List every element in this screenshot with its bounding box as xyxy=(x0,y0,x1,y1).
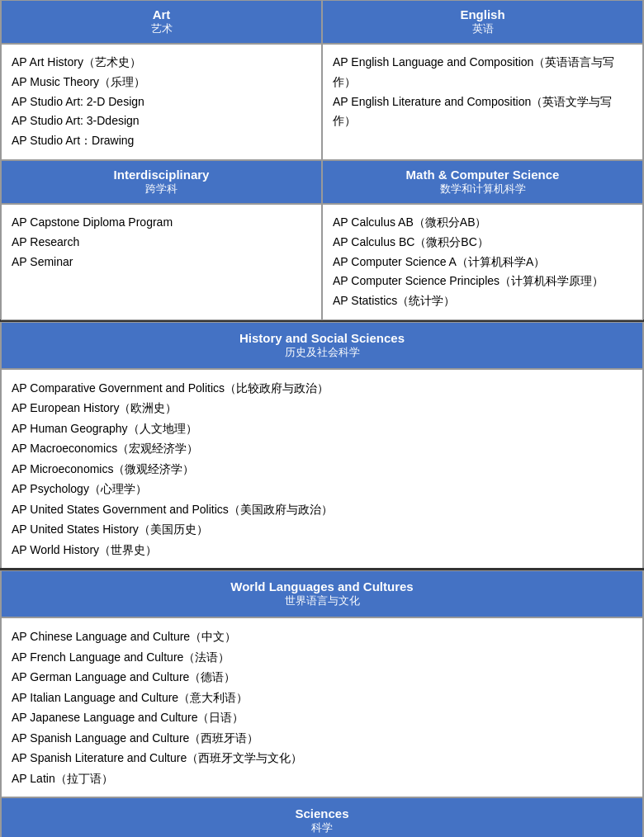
col2-header-zh: 数学和计算机科学 xyxy=(331,182,634,196)
full-content: AP Comparative Government and Politics（比… xyxy=(1,369,643,570)
col1-header-en: Interdisciplinary xyxy=(10,168,313,182)
full-header-zh: 科学 xyxy=(10,820,634,835)
col1-header-zh: 艺术 xyxy=(10,21,313,36)
list-item: AP Latin（拉丁语） xyxy=(12,768,632,789)
full-header: Sciences科学 xyxy=(1,797,643,837)
list-item: AP Human Geography（人文地理） xyxy=(12,418,632,439)
col1-header: Art艺术 xyxy=(1,0,322,44)
list-item: AP German Language and Culture（德语） xyxy=(12,667,632,688)
col2-content: AP Calculus AB（微积分AB）AP Calculus BC（微积分B… xyxy=(322,204,643,320)
list-item: AP Capstone Diploma Program xyxy=(12,213,311,233)
list-item: AP Japanese Language and Culture（日语） xyxy=(12,707,632,728)
col2-header-en: English xyxy=(331,7,634,21)
list-item: AP Italian Language and Culture（意大利语） xyxy=(12,688,632,708)
list-item: AP Music Theory（乐理） xyxy=(12,73,311,92)
full-section: History and Social Sciences历史及社会科学AP Com… xyxy=(0,322,644,570)
full-header-en: History and Social Sciences xyxy=(10,331,634,345)
full-header: World Languages and Cultures世界语言与文化 xyxy=(1,570,643,617)
col2-content: AP English Language and Composition（英语语言… xyxy=(322,44,643,160)
col1-content: AP Capstone Diploma ProgramAP ResearchAP… xyxy=(1,204,322,320)
col1-header-en: Art xyxy=(10,7,313,21)
list-item: AP World History（世界史） xyxy=(12,540,632,560)
list-item: AP Microeconomics（微观经济学） xyxy=(12,459,632,480)
list-item: AP United States Government and Politics… xyxy=(12,499,632,520)
col1-header: Interdisciplinary跨学科 xyxy=(1,160,322,204)
full-header-en: Sciences xyxy=(10,806,634,820)
list-item: AP Research xyxy=(12,233,311,253)
col1-header-zh: 跨学科 xyxy=(10,182,313,196)
list-item: AP Comparative Government and Politics（比… xyxy=(12,378,632,399)
full-header-zh: 世界语言与文化 xyxy=(10,593,634,608)
two-col-section: Art艺术English英语AP Art History（艺术史）AP Musi… xyxy=(0,0,644,160)
list-item: AP Chinese Language and Culture（中文） xyxy=(12,627,632,647)
list-item: AP Studio Art：Drawing xyxy=(12,131,311,151)
list-item: AP English Literature and Composition（英语… xyxy=(333,92,632,132)
col1-content: AP Art History（艺术史）AP Music Theory（乐理）AP… xyxy=(1,44,322,160)
full-header: History and Social Sciences历史及社会科学 xyxy=(1,322,643,369)
list-item: AP Calculus AB（微积分AB） xyxy=(333,213,632,233)
list-item: AP Computer Science A（计算机科学A） xyxy=(333,253,632,272)
list-item: AP Psychology（心理学） xyxy=(12,479,632,499)
list-item: AP English Language and Composition（英语语言… xyxy=(333,53,632,92)
list-item: AP Calculus BC（微积分BC） xyxy=(333,233,632,253)
list-item: AP French Language and Culture（法语） xyxy=(12,647,632,668)
col2-header: English英语 xyxy=(322,0,643,44)
col2-header-zh: 英语 xyxy=(331,21,634,36)
col2-header: Math & Computer Science数学和计算机科学 xyxy=(322,160,643,204)
list-item: AP Spanish Language and Culture（西班牙语） xyxy=(12,728,632,749)
list-item: AP Seminar xyxy=(12,253,311,272)
two-col-section: Interdisciplinary跨学科Math & Computer Scie… xyxy=(0,160,644,320)
full-header-zh: 历史及社会科学 xyxy=(10,345,634,360)
col2-header-en: Math & Computer Science xyxy=(331,168,634,182)
list-item: AP European History（欧洲史） xyxy=(12,398,632,418)
full-content: AP Chinese Language and Culture（中文）AP Fr… xyxy=(1,617,643,797)
list-item: AP United States History（美国历史） xyxy=(12,519,632,540)
full-header-en: World Languages and Cultures xyxy=(10,579,634,593)
list-item: AP Computer Science Principles（计算机科学原理） xyxy=(333,272,632,291)
full-section: Sciences科学AP Biology（生物）AP Chemistry（化学）… xyxy=(0,797,644,837)
list-item: AP Studio Art: 3-Ddesign xyxy=(12,111,311,131)
list-item: AP Art History（艺术史） xyxy=(12,53,311,73)
list-item: AP Statistics（统计学） xyxy=(333,291,632,311)
list-item: AP Macroeconomics（宏观经济学） xyxy=(12,438,632,459)
full-section: World Languages and Cultures世界语言与文化AP Ch… xyxy=(0,570,644,797)
list-item: AP Studio Art: 2-D Design xyxy=(12,92,311,112)
list-item: AP Spanish Literature and Culture（西班牙文学与… xyxy=(12,748,632,768)
